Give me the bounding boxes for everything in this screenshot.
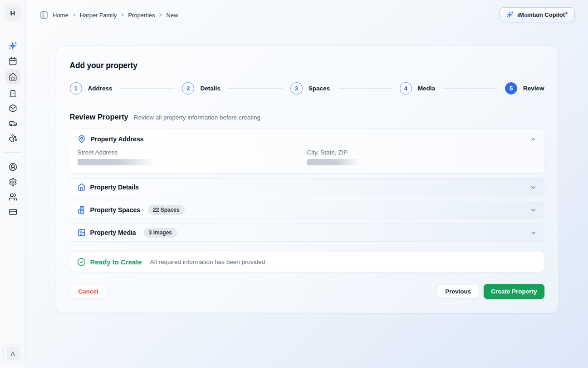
footer-actions: Previous Create Property (437, 284, 544, 299)
paw-icon (9, 134, 17, 143)
sidebar-item-assets[interactable] (5, 102, 20, 114)
step-address[interactable]: 1 Address (70, 82, 113, 94)
property-address-header[interactable]: Property Address (78, 135, 537, 143)
sidebar-divider (4, 152, 22, 153)
breadcrumb: Home > Harper Family > Properties > New (40, 11, 178, 19)
sidebar-toggle-button[interactable] (40, 11, 48, 19)
breadcrumb-properties[interactable]: Properties (128, 12, 155, 19)
property-details-section[interactable]: Property Details (70, 178, 544, 196)
review-heading: Review Property (70, 113, 128, 121)
sidebar-item-copilot[interactable] (5, 40, 20, 52)
package-icon (9, 104, 17, 113)
chevron-down-icon (530, 184, 537, 191)
step-connector (443, 88, 497, 89)
review-subtitle: Review all property information before c… (134, 114, 260, 121)
topbar: Home > Harper Family > Properties > New … (26, 0, 588, 32)
breadcrumb-trail: Home > Harper Family > Properties > New (53, 12, 178, 19)
wizard-stepper: 1 Address 2 Details 3 Spaces 4 Media 5 R… (70, 82, 544, 94)
car-icon (9, 119, 17, 128)
section-title: Property Address (91, 135, 144, 143)
step-media[interactable]: 4 Media (400, 82, 435, 94)
field-label: City, State, ZIP (307, 149, 537, 156)
breadcrumb-separator: > (159, 12, 162, 18)
step-number: 5 (505, 82, 517, 94)
breadcrumb-home[interactable]: Home (53, 12, 69, 19)
sidebar: H (0, 0, 26, 368)
check-circle-icon (77, 258, 86, 266)
ready-status-banner: Ready to Create All required information… (70, 251, 544, 272)
field-label: Street Address (78, 149, 307, 156)
spaces-count-badge: 22 Spaces (148, 205, 185, 215)
breadcrumb-new: New (167, 12, 178, 19)
user-circle-icon (9, 163, 17, 171)
building-icon (78, 206, 86, 214)
sparkles-icon (8, 41, 17, 50)
step-connector (228, 88, 283, 89)
cancel-button[interactable]: Cancel (70, 284, 107, 299)
user-avatar-button[interactable]: A (3, 344, 22, 363)
step-number: 3 (290, 82, 303, 94)
wizard-footer: Cancel Previous Create Property (70, 284, 544, 299)
status-message: All required information has been provid… (150, 259, 265, 265)
step-review[interactable]: 5 Review (505, 82, 544, 94)
add-property-card: Add your property 1 Address 2 Details 3 … (56, 45, 559, 313)
step-number: 1 (70, 82, 82, 94)
map-pin-icon (78, 135, 86, 143)
status-title: Ready to Create (90, 258, 142, 266)
sidebar-item-settings[interactable] (5, 175, 20, 188)
city-state-zip-field: City, State, ZIP (307, 149, 537, 165)
redacted-value (78, 159, 155, 165)
address-fields: Street Address City, State, ZIP (78, 149, 537, 165)
sidebar-item-calendar[interactable] (5, 55, 20, 67)
previous-button[interactable]: Previous (437, 284, 479, 299)
create-property-button[interactable]: Create Property (484, 284, 544, 299)
breadcrumb-harper-family[interactable]: Harper Family (80, 12, 117, 19)
sidebar-item-doors[interactable] (5, 87, 20, 99)
sidebar-item-team[interactable] (5, 190, 20, 203)
chevron-down-icon (530, 207, 537, 214)
home-icon (78, 183, 86, 191)
step-label: Media (418, 85, 435, 92)
breadcrumb-separator: > (121, 12, 124, 18)
gear-icon (9, 178, 17, 186)
step-label: Spaces (309, 85, 330, 92)
door-icon (9, 89, 17, 98)
credit-card-icon (9, 208, 17, 216)
step-spaces[interactable]: 3 Spaces (290, 82, 330, 94)
sidebar-nav (4, 40, 22, 218)
page-title: Add your property (70, 61, 544, 70)
section-title: Property Media (90, 229, 136, 236)
sidebar-item-pets[interactable] (5, 132, 20, 144)
sidebar-item-properties[interactable] (5, 70, 20, 85)
calendar-icon (9, 57, 17, 65)
sidebar-item-billing[interactable] (5, 205, 20, 218)
app-logo: H (5, 5, 21, 21)
section-title: Property Details (90, 184, 139, 191)
step-number: 4 (400, 82, 412, 94)
step-connector (338, 88, 392, 89)
copilot-label: iMaintain Copilot® (517, 11, 568, 18)
step-number: 2 (182, 82, 194, 94)
step-label: Address (88, 85, 113, 92)
breadcrumb-separator: > (73, 12, 76, 18)
chevron-up-icon (530, 136, 537, 143)
section-title: Property Spaces (90, 206, 141, 214)
home-icon (9, 73, 17, 81)
redacted-value (307, 159, 360, 165)
images-count-badge: 3 Images (144, 228, 177, 238)
property-spaces-section[interactable]: Property Spaces 22 Spaces (70, 201, 544, 219)
step-label: Details (200, 85, 220, 92)
main-area: Home > Harper Family > Properties > New … (26, 0, 588, 368)
street-address-field: Street Address (78, 149, 307, 165)
property-media-section[interactable]: Property Media 3 Images (70, 224, 544, 242)
review-heading-row: Review Property Review all property info… (70, 113, 544, 121)
avatar: A (6, 347, 20, 361)
panel-left-icon (40, 11, 48, 19)
sidebar-item-account[interactable] (5, 160, 20, 173)
copilot-button[interactable]: iMaintain Copilot® (500, 7, 575, 22)
sparkles-icon (506, 11, 514, 19)
sidebar-item-vehicles[interactable] (5, 117, 20, 129)
step-label: Review (523, 85, 544, 92)
step-details[interactable]: 2 Details (182, 82, 220, 94)
property-address-section: Property Address Street Address City, St… (70, 129, 544, 174)
